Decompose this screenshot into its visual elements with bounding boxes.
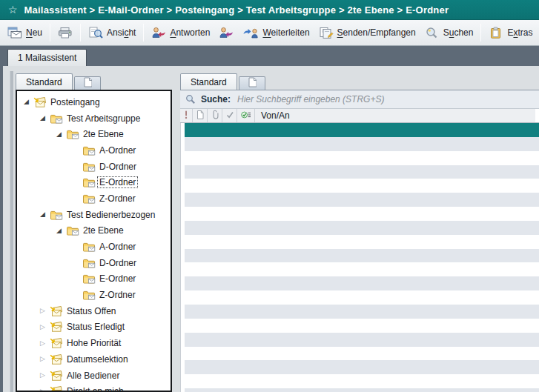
priority-icon — [182, 110, 191, 122]
expand-triangle-icon[interactable]: ◢ — [40, 115, 50, 122]
tree-item-hohe-priorit-t[interactable]: ▷Hohe Priorität — [17, 335, 171, 351]
reply-button[interactable]: Antworten — [147, 24, 214, 41]
tree-item-posteingang[interactable]: ◢Posteingang — [17, 94, 171, 110]
list-row[interactable] — [185, 207, 539, 221]
column-attachment[interactable] — [208, 109, 222, 122]
tree-item-alle-bediener[interactable]: ▷Alle Bediener — [17, 368, 171, 384]
tree-item-e-ordner[interactable]: E-Ordner — [17, 271, 171, 288]
tab-standard-left[interactable]: Standard — [16, 73, 73, 90]
expand-triangle-icon[interactable]: ◢ — [56, 227, 66, 234]
column-document[interactable] — [193, 109, 208, 122]
reply-button-label: Antworten — [170, 27, 210, 38]
tree-item-d-ordner[interactable]: D-Ordner — [17, 159, 171, 175]
tree-item-e-ordner[interactable]: E-Ordner — [17, 174, 171, 190]
expand-triangle-icon[interactable]: ▷ — [40, 308, 50, 314]
print-button[interactable] — [53, 24, 77, 41]
mail-stack-icon — [50, 354, 65, 365]
status-filter-icon — [241, 110, 251, 122]
tab-mailassistent[interactable]: 1 Mailassistent — [7, 49, 87, 66]
expand-triangle-icon[interactable]: ▷ — [40, 324, 50, 330]
mail-stack-icon — [50, 322, 65, 332]
expand-triangle-icon[interactable]: ◢ — [56, 131, 66, 138]
list-row[interactable] — [185, 374, 539, 388]
tree-item-label: A-Ordner — [97, 144, 138, 156]
list-row[interactable] — [185, 305, 539, 319]
tree-item-test-arbeitsgruppe[interactable]: ◢Test Arbeitsgruppe — [17, 110, 171, 127]
tree-item-label: A-Ordner — [97, 241, 138, 253]
expand-triangle-icon[interactable]: ▷ — [40, 356, 50, 362]
new-button[interactable]: Neu — [3, 24, 47, 41]
list-row[interactable] — [185, 388, 539, 392]
forward-icon — [242, 27, 259, 39]
tree-item-direkt-an-mich[interactable]: ▷Direkt an mich — [17, 383, 171, 392]
tree-item-2te-ebene[interactable]: ◢2te Ebene — [17, 223, 171, 239]
tab-standard-right[interactable]: Standard — [180, 73, 237, 90]
search-bar: Suche: — [180, 90, 539, 109]
list-row[interactable] — [185, 262, 539, 276]
column-from-to-label: Von/An — [261, 110, 290, 121]
tree-item-z-ordner[interactable]: Z-Ordner — [17, 190, 171, 207]
view-magnifier-icon — [88, 27, 103, 39]
send-receive-button[interactable]: Senden/Empfangen — [314, 24, 420, 41]
expand-triangle-icon[interactable]: ◢ — [40, 211, 50, 218]
column-done[interactable] — [222, 109, 237, 122]
mail-stack-icon — [50, 338, 65, 348]
column-status-filter[interactable] — [237, 109, 255, 122]
tree-item-label: Posteingang — [48, 96, 102, 108]
expand-triangle-icon[interactable]: ▷ — [40, 340, 50, 347]
right-panel-tabs: Standard — [180, 73, 539, 90]
tree-item-z-ordner[interactable]: Z-Ordner — [17, 287, 171, 303]
favorite-star-icon[interactable]: ☆ — [8, 4, 18, 15]
list-row[interactable] — [185, 347, 539, 361]
list-row-selected[interactable] — [185, 123, 539, 137]
tree-item-test-bedienerbezogen[interactable]: ◢Test Bedienerbezogen — [17, 207, 171, 223]
list-row[interactable] — [185, 235, 539, 249]
tree-item-2te-ebene[interactable]: ◢2te Ebene — [17, 126, 171, 142]
mail-stack-icon — [33, 97, 48, 107]
tree-item-label: 2te Ebene — [81, 225, 126, 236]
tree-item-a-ordner[interactable]: A-Ordner — [17, 239, 171, 255]
mail-folder-icon — [82, 290, 97, 300]
tree-item-status-offen[interactable]: ▷Status Offen — [17, 303, 171, 319]
list-row[interactable] — [185, 290, 539, 305]
list-row[interactable] — [185, 179, 539, 193]
new-button-label: Neu — [26, 27, 42, 38]
list-row[interactable] — [185, 276, 539, 290]
tree-item-label: Status Offen — [65, 305, 119, 317]
expand-triangle-icon[interactable]: ▷ — [40, 372, 50, 379]
list-row[interactable] — [185, 165, 539, 179]
list-row[interactable] — [185, 249, 539, 263]
attachment-icon — [211, 110, 219, 122]
view-button[interactable]: Ansicht — [84, 24, 140, 41]
tree-item-a-ordner[interactable]: A-Ordner — [17, 142, 171, 159]
mail-folder-icon — [82, 273, 97, 284]
tree-item-d-ordner[interactable]: D-Ordner — [17, 255, 171, 271]
forward-button[interactable]: Weiterleiten — [238, 24, 314, 41]
extras-button[interactable]: Extras — [484, 24, 537, 41]
search-input[interactable] — [236, 93, 539, 105]
page-icon — [83, 77, 92, 90]
reply-all-button[interactable] — [214, 24, 238, 41]
list-row[interactable] — [185, 193, 539, 207]
tree-item-status-erledigt[interactable]: ▷Status Erledigt — [17, 319, 171, 336]
expand-triangle-icon[interactable]: ▷ — [40, 388, 50, 392]
list-row[interactable] — [185, 137, 539, 151]
tree-item-label: Test Bedienerbezogen — [65, 209, 157, 221]
list-row[interactable] — [185, 221, 539, 235]
list-row[interactable] — [185, 319, 539, 333]
list-row[interactable] — [185, 151, 539, 165]
mail-folder-icon — [82, 177, 97, 187]
search-button[interactable]: Suchen — [420, 24, 478, 41]
tab-new-view-left[interactable] — [74, 76, 101, 90]
expand-triangle-icon[interactable]: ◢ — [24, 99, 33, 105]
tree-item-label: Z-Ordner — [97, 193, 138, 205]
message-list — [180, 123, 539, 392]
tab-new-view-right[interactable] — [239, 76, 265, 90]
column-priority[interactable] — [180, 109, 193, 122]
list-row[interactable] — [185, 360, 539, 374]
tree-item-datumselektion[interactable]: ▷Datumselektion — [17, 351, 171, 368]
list-row[interactable] — [185, 333, 539, 347]
column-from-to[interactable]: Von/An — [255, 109, 290, 122]
panel-splitter[interactable] — [10, 71, 13, 392]
search-icon — [425, 27, 440, 39]
